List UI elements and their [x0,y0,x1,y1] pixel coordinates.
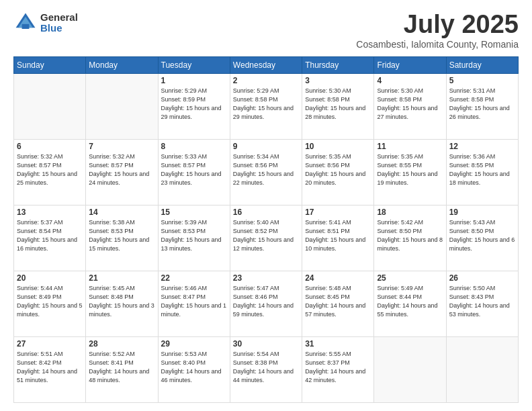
day-info: Sunrise: 5:44 AM Sunset: 8:49 PM Dayligh… [17,284,83,319]
day-number: 10 [305,142,371,151]
calendar-cell: 12Sunrise: 5:36 AM Sunset: 8:55 PM Dayli… [446,139,518,205]
day-info: Sunrise: 5:30 AM Sunset: 8:58 PM Dayligh… [305,87,371,122]
day-info: Sunrise: 5:39 AM Sunset: 8:53 PM Dayligh… [161,218,227,253]
day-info: Sunrise: 5:37 AM Sunset: 8:54 PM Dayligh… [17,218,83,253]
subtitle: Cosambesti, Ialomita County, Romania [356,39,519,50]
day-info: Sunrise: 5:32 AM Sunset: 8:57 PM Dayligh… [17,152,83,187]
calendar-cell: 25Sunrise: 5:49 AM Sunset: 8:44 PM Dayli… [374,271,446,336]
calendar-header-friday: Friday [374,56,446,73]
day-number: 16 [233,208,299,217]
calendar-week-5: 27Sunrise: 5:51 AM Sunset: 8:42 PM Dayli… [14,336,519,402]
day-info: Sunrise: 5:45 AM Sunset: 8:48 PM Dayligh… [89,284,154,319]
calendar-cell [86,73,158,139]
day-number: 7 [89,142,154,151]
calendar-cell: 19Sunrise: 5:43 AM Sunset: 8:50 PM Dayli… [446,205,518,271]
day-number: 4 [377,76,443,85]
day-number: 23 [233,273,299,283]
day-number: 24 [305,273,371,283]
page: General Blue July 2025 Cosambesti, Ialom… [0,0,532,411]
day-number: 12 [449,142,515,151]
calendar-cell: 24Sunrise: 5:48 AM Sunset: 8:45 PM Dayli… [302,271,374,336]
calendar-cell: 14Sunrise: 5:38 AM Sunset: 8:53 PM Dayli… [86,205,158,271]
calendar-header-monday: Monday [86,56,158,73]
calendar-cell: 30Sunrise: 5:54 AM Sunset: 8:38 PM Dayli… [230,336,302,402]
calendar-cell: 26Sunrise: 5:50 AM Sunset: 8:43 PM Dayli… [446,271,518,336]
day-info: Sunrise: 5:49 AM Sunset: 8:44 PM Dayligh… [377,284,443,319]
day-number: 5 [449,76,515,85]
calendar-cell: 13Sunrise: 5:37 AM Sunset: 8:54 PM Dayli… [14,205,86,271]
calendar-header-wednesday: Wednesday [230,56,302,73]
main-title: July 2025 [356,11,519,39]
svg-rect-2 [22,24,30,29]
day-number: 30 [233,339,299,349]
day-info: Sunrise: 5:35 AM Sunset: 8:56 PM Dayligh… [305,152,371,187]
day-number: 22 [161,273,227,283]
day-number: 25 [377,273,443,283]
calendar: SundayMondayTuesdayWednesdayThursdayFrid… [13,56,519,403]
day-info: Sunrise: 5:29 AM Sunset: 8:59 PM Dayligh… [161,87,227,122]
calendar-cell: 23Sunrise: 5:47 AM Sunset: 8:46 PM Dayli… [230,271,302,336]
day-info: Sunrise: 5:43 AM Sunset: 8:50 PM Dayligh… [449,218,515,253]
calendar-cell [14,73,86,139]
day-number: 11 [377,142,443,151]
calendar-cell: 1Sunrise: 5:29 AM Sunset: 8:59 PM Daylig… [158,73,230,139]
day-info: Sunrise: 5:35 AM Sunset: 8:55 PM Dayligh… [377,152,443,187]
calendar-cell: 10Sunrise: 5:35 AM Sunset: 8:56 PM Dayli… [302,139,374,205]
day-info: Sunrise: 5:40 AM Sunset: 8:52 PM Dayligh… [233,218,299,253]
calendar-cell: 27Sunrise: 5:51 AM Sunset: 8:42 PM Dayli… [14,336,86,402]
calendar-cell: 15Sunrise: 5:39 AM Sunset: 8:53 PM Dayli… [158,205,230,271]
day-number: 27 [17,339,83,349]
calendar-header-saturday: Saturday [446,56,518,73]
day-number: 2 [233,76,299,85]
day-info: Sunrise: 5:53 AM Sunset: 8:40 PM Dayligh… [161,350,227,385]
day-info: Sunrise: 5:41 AM Sunset: 8:51 PM Dayligh… [305,218,371,253]
calendar-week-2: 6Sunrise: 5:32 AM Sunset: 8:57 PM Daylig… [14,139,519,205]
calendar-header-thursday: Thursday [302,56,374,73]
day-info: Sunrise: 5:36 AM Sunset: 8:55 PM Dayligh… [449,152,515,187]
calendar-cell: 20Sunrise: 5:44 AM Sunset: 8:49 PM Dayli… [14,271,86,336]
calendar-cell: 31Sunrise: 5:55 AM Sunset: 8:37 PM Dayli… [302,336,374,402]
day-number: 17 [305,208,371,217]
calendar-header-tuesday: Tuesday [158,56,230,73]
day-number: 9 [233,142,299,151]
day-info: Sunrise: 5:29 AM Sunset: 8:58 PM Dayligh… [233,87,299,122]
logo-text: General Blue [40,12,78,34]
day-info: Sunrise: 5:32 AM Sunset: 8:57 PM Dayligh… [89,152,154,187]
calendar-cell: 29Sunrise: 5:53 AM Sunset: 8:40 PM Dayli… [158,336,230,402]
day-number: 15 [161,208,227,217]
calendar-cell: 4Sunrise: 5:30 AM Sunset: 8:58 PM Daylig… [374,73,446,139]
day-number: 6 [17,142,83,151]
calendar-header-row: SundayMondayTuesdayWednesdayThursdayFrid… [14,56,519,73]
day-info: Sunrise: 5:46 AM Sunset: 8:47 PM Dayligh… [161,284,227,319]
day-number: 3 [305,76,371,85]
day-number: 14 [89,208,154,217]
day-info: Sunrise: 5:34 AM Sunset: 8:56 PM Dayligh… [233,152,299,187]
day-number: 26 [449,273,515,283]
calendar-cell: 28Sunrise: 5:52 AM Sunset: 8:41 PM Dayli… [86,336,158,402]
calendar-header-sunday: Sunday [14,56,86,73]
calendar-week-1: 1Sunrise: 5:29 AM Sunset: 8:59 PM Daylig… [14,73,519,139]
day-number: 31 [305,339,371,349]
calendar-cell: 9Sunrise: 5:34 AM Sunset: 8:56 PM Daylig… [230,139,302,205]
calendar-cell: 7Sunrise: 5:32 AM Sunset: 8:57 PM Daylig… [86,139,158,205]
day-info: Sunrise: 5:42 AM Sunset: 8:50 PM Dayligh… [377,218,443,253]
day-info: Sunrise: 5:55 AM Sunset: 8:37 PM Dayligh… [305,350,371,385]
calendar-cell: 16Sunrise: 5:40 AM Sunset: 8:52 PM Dayli… [230,205,302,271]
title-block: July 2025 Cosambesti, Ialomita County, R… [356,11,519,50]
calendar-cell: 8Sunrise: 5:33 AM Sunset: 8:57 PM Daylig… [158,139,230,205]
calendar-cell: 18Sunrise: 5:42 AM Sunset: 8:50 PM Dayli… [374,205,446,271]
day-info: Sunrise: 5:48 AM Sunset: 8:45 PM Dayligh… [305,284,371,319]
day-number: 8 [161,142,227,151]
calendar-cell: 3Sunrise: 5:30 AM Sunset: 8:58 PM Daylig… [302,73,374,139]
calendar-week-4: 20Sunrise: 5:44 AM Sunset: 8:49 PM Dayli… [14,271,519,336]
logo-general: General [40,12,78,24]
day-number: 19 [449,208,515,217]
logo-icon [13,11,38,35]
calendar-cell: 5Sunrise: 5:31 AM Sunset: 8:58 PM Daylig… [446,73,518,139]
day-info: Sunrise: 5:52 AM Sunset: 8:41 PM Dayligh… [89,350,154,385]
day-info: Sunrise: 5:38 AM Sunset: 8:53 PM Dayligh… [89,218,154,253]
day-info: Sunrise: 5:33 AM Sunset: 8:57 PM Dayligh… [161,152,227,187]
calendar-cell [374,336,446,402]
calendar-cell: 2Sunrise: 5:29 AM Sunset: 8:58 PM Daylig… [230,73,302,139]
day-number: 20 [17,273,83,283]
